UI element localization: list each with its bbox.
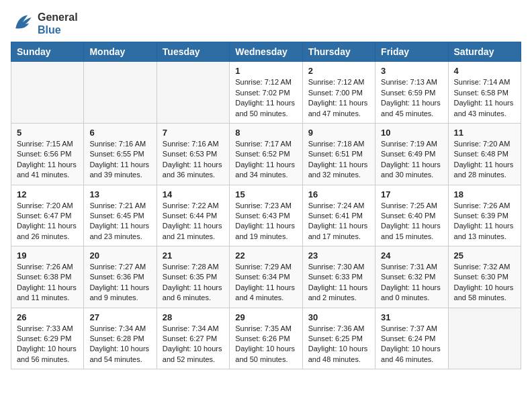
- day-number: 16: [308, 189, 369, 199]
- day-info: Sunrise: 7:23 AM Sunset: 6:43 PM Dayligh…: [235, 201, 296, 242]
- day-number: 11: [454, 128, 515, 138]
- day-info: Sunrise: 7:14 AM Sunset: 6:58 PM Dayligh…: [454, 77, 515, 119]
- calendar-day-cell: 15Sunrise: 7:23 AM Sunset: 6:43 PM Dayli…: [230, 185, 302, 246]
- day-info: Sunrise: 7:32 AM Sunset: 6:30 PM Dayligh…: [454, 262, 515, 304]
- calendar-day-cell: 3Sunrise: 7:13 AM Sunset: 6:59 PM Daylig…: [375, 62, 448, 124]
- calendar-day-cell: 13Sunrise: 7:21 AM Sunset: 6:45 PM Dayli…: [84, 185, 157, 246]
- day-number: 9: [308, 128, 369, 138]
- calendar-day-cell: 10Sunrise: 7:19 AM Sunset: 6:49 PM Dayli…: [375, 123, 448, 185]
- weekday-header-wednesday: Wednesday: [230, 42, 302, 62]
- day-number: 31: [381, 312, 442, 322]
- calendar-day-cell: 1Sunrise: 7:12 AM Sunset: 7:02 PM Daylig…: [230, 62, 302, 124]
- day-number: 13: [89, 189, 150, 199]
- day-number: 26: [17, 312, 78, 322]
- calendar-day-cell: 5Sunrise: 7:15 AM Sunset: 6:56 PM Daylig…: [11, 123, 84, 185]
- day-info: Sunrise: 7:37 AM Sunset: 6:24 PM Dayligh…: [381, 324, 442, 365]
- calendar-day-cell: 14Sunrise: 7:22 AM Sunset: 6:44 PM Dayli…: [157, 185, 229, 246]
- day-number: 25: [454, 250, 515, 261]
- calendar-day-cell: 26Sunrise: 7:33 AM Sunset: 6:29 PM Dayli…: [11, 308, 84, 369]
- calendar-table: SundayMondayTuesdayWednesdayThursdayFrid…: [11, 42, 521, 369]
- day-info: Sunrise: 7:20 AM Sunset: 6:48 PM Dayligh…: [454, 139, 515, 181]
- day-number: 19: [17, 250, 78, 261]
- calendar-day-cell: [448, 308, 521, 369]
- day-number: 7: [163, 128, 224, 138]
- day-number: 20: [89, 250, 150, 261]
- calendar-day-cell: 2Sunrise: 7:12 AM Sunset: 7:00 PM Daylig…: [302, 62, 375, 124]
- day-number: 23: [308, 250, 369, 261]
- day-number: 14: [163, 189, 224, 199]
- day-info: Sunrise: 7:20 AM Sunset: 6:47 PM Dayligh…: [17, 201, 78, 242]
- day-number: 15: [235, 189, 296, 199]
- day-info: Sunrise: 7:21 AM Sunset: 6:45 PM Dayligh…: [89, 201, 150, 242]
- day-number: 12: [17, 189, 78, 199]
- day-number: 8: [235, 128, 296, 138]
- day-info: Sunrise: 7:28 AM Sunset: 6:35 PM Dayligh…: [163, 262, 224, 304]
- calendar-week-row: 5Sunrise: 7:15 AM Sunset: 6:56 PM Daylig…: [11, 123, 521, 185]
- day-info: Sunrise: 7:34 AM Sunset: 6:27 PM Dayligh…: [163, 324, 224, 365]
- calendar-week-row: 1Sunrise: 7:12 AM Sunset: 7:02 PM Daylig…: [11, 62, 521, 124]
- calendar-header-row: SundayMondayTuesdayWednesdayThursdayFrid…: [11, 42, 521, 62]
- day-number: 3: [381, 66, 442, 76]
- logo: GeneralBlue: [11, 11, 78, 36]
- calendar-week-row: 12Sunrise: 7:20 AM Sunset: 6:47 PM Dayli…: [11, 185, 521, 246]
- day-info: Sunrise: 7:29 AM Sunset: 6:34 PM Dayligh…: [235, 262, 296, 304]
- calendar-day-cell: 6Sunrise: 7:16 AM Sunset: 6:55 PM Daylig…: [84, 123, 157, 185]
- calendar-day-cell: 29Sunrise: 7:35 AM Sunset: 6:26 PM Dayli…: [230, 308, 302, 369]
- day-info: Sunrise: 7:25 AM Sunset: 6:40 PM Dayligh…: [381, 201, 442, 242]
- day-number: 6: [89, 128, 150, 138]
- calendar-day-cell: 22Sunrise: 7:29 AM Sunset: 6:34 PM Dayli…: [230, 246, 302, 308]
- page-header: GeneralBlue: [11, 11, 521, 36]
- day-number: 4: [454, 66, 515, 76]
- day-number: 30: [308, 312, 369, 322]
- day-info: Sunrise: 7:16 AM Sunset: 6:53 PM Dayligh…: [163, 139, 224, 181]
- calendar-day-cell: 16Sunrise: 7:24 AM Sunset: 6:41 PM Dayli…: [302, 185, 375, 246]
- day-number: 17: [381, 189, 442, 199]
- day-info: Sunrise: 7:35 AM Sunset: 6:26 PM Dayligh…: [235, 324, 296, 365]
- calendar-day-cell: 19Sunrise: 7:26 AM Sunset: 6:38 PM Dayli…: [11, 246, 84, 308]
- day-info: Sunrise: 7:33 AM Sunset: 6:29 PM Dayligh…: [17, 324, 78, 365]
- calendar-day-cell: 12Sunrise: 7:20 AM Sunset: 6:47 PM Dayli…: [11, 185, 84, 246]
- day-number: 1: [235, 66, 296, 76]
- calendar-day-cell: 4Sunrise: 7:14 AM Sunset: 6:58 PM Daylig…: [448, 62, 521, 124]
- calendar-day-cell: 25Sunrise: 7:32 AM Sunset: 6:30 PM Dayli…: [448, 246, 521, 308]
- day-number: 5: [17, 128, 78, 138]
- day-info: Sunrise: 7:17 AM Sunset: 6:52 PM Dayligh…: [235, 139, 296, 181]
- calendar-day-cell: 24Sunrise: 7:31 AM Sunset: 6:32 PM Dayli…: [375, 246, 448, 308]
- calendar-day-cell: [157, 62, 229, 124]
- day-number: 18: [454, 189, 515, 199]
- calendar-day-cell: 31Sunrise: 7:37 AM Sunset: 6:24 PM Dayli…: [375, 308, 448, 369]
- day-number: 28: [163, 312, 224, 322]
- weekday-header-thursday: Thursday: [302, 42, 375, 62]
- calendar-day-cell: 27Sunrise: 7:34 AM Sunset: 6:28 PM Dayli…: [84, 308, 157, 369]
- calendar-week-row: 26Sunrise: 7:33 AM Sunset: 6:29 PM Dayli…: [11, 308, 521, 369]
- calendar-day-cell: 18Sunrise: 7:26 AM Sunset: 6:39 PM Dayli…: [448, 185, 521, 246]
- day-info: Sunrise: 7:27 AM Sunset: 6:36 PM Dayligh…: [89, 262, 150, 304]
- calendar-day-cell: 11Sunrise: 7:20 AM Sunset: 6:48 PM Dayli…: [448, 123, 521, 185]
- day-number: 22: [235, 250, 296, 261]
- day-info: Sunrise: 7:13 AM Sunset: 6:59 PM Dayligh…: [381, 77, 442, 119]
- day-info: Sunrise: 7:12 AM Sunset: 7:02 PM Dayligh…: [235, 77, 296, 119]
- logo-text: GeneralBlue: [38, 11, 78, 36]
- day-info: Sunrise: 7:31 AM Sunset: 6:32 PM Dayligh…: [381, 262, 442, 304]
- weekday-header-saturday: Saturday: [448, 42, 521, 62]
- calendar-day-cell: 17Sunrise: 7:25 AM Sunset: 6:40 PM Dayli…: [375, 185, 448, 246]
- calendar-day-cell: 30Sunrise: 7:36 AM Sunset: 6:25 PM Dayli…: [302, 308, 375, 369]
- day-info: Sunrise: 7:16 AM Sunset: 6:55 PM Dayligh…: [89, 139, 150, 181]
- day-info: Sunrise: 7:15 AM Sunset: 6:56 PM Dayligh…: [17, 139, 78, 181]
- day-info: Sunrise: 7:26 AM Sunset: 6:38 PM Dayligh…: [17, 262, 78, 304]
- weekday-header-monday: Monday: [84, 42, 157, 62]
- day-info: Sunrise: 7:12 AM Sunset: 7:00 PM Dayligh…: [308, 77, 369, 119]
- calendar-week-row: 19Sunrise: 7:26 AM Sunset: 6:38 PM Dayli…: [11, 246, 521, 308]
- calendar-day-cell: 8Sunrise: 7:17 AM Sunset: 6:52 PM Daylig…: [230, 123, 302, 185]
- day-info: Sunrise: 7:26 AM Sunset: 6:39 PM Dayligh…: [454, 201, 515, 242]
- day-info: Sunrise: 7:22 AM Sunset: 6:44 PM Dayligh…: [163, 201, 224, 242]
- calendar-day-cell: 23Sunrise: 7:30 AM Sunset: 6:33 PM Dayli…: [302, 246, 375, 308]
- weekday-header-tuesday: Tuesday: [157, 42, 229, 62]
- day-number: 24: [381, 250, 442, 261]
- day-number: 29: [235, 312, 296, 322]
- weekday-header-friday: Friday: [375, 42, 448, 62]
- calendar-day-cell: [84, 62, 157, 124]
- day-info: Sunrise: 7:30 AM Sunset: 6:33 PM Dayligh…: [308, 262, 369, 304]
- day-number: 2: [308, 66, 369, 76]
- logo-icon: [11, 11, 35, 36]
